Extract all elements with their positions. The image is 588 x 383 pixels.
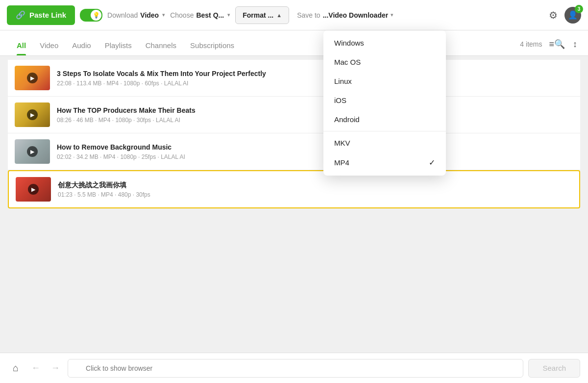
- toggle-knob: 💡: [91, 10, 101, 21]
- link-icon: 🔗: [16, 10, 25, 20]
- download-type-section[interactable]: Download Video ▾: [107, 11, 165, 19]
- download-label: Download: [107, 11, 138, 19]
- content-area: ▶ 3 Steps To Isolate Vocals & Mix Them I…: [0, 56, 588, 353]
- tab-audio[interactable]: Audio: [65, 41, 98, 55]
- video-item[interactable]: ▶ 3 Steps To Isolate Vocals & Mix Them I…: [8, 60, 580, 97]
- tabs-right: 4 items ≡🔍 ↕: [520, 38, 578, 55]
- format-option-linux[interactable]: Linux: [323, 72, 446, 91]
- format-dropdown: Windows Mac OS Linux iOS Android MKV MP4…: [323, 30, 446, 176]
- format-option-label: Windows: [334, 39, 364, 47]
- format-chevron-icon: ▲: [276, 12, 282, 18]
- video-info: How The TOP Producers Make Their Beats 0…: [57, 106, 573, 124]
- video-list: ▶ 3 Steps To Isolate Vocals & Mix Them I…: [8, 60, 580, 208]
- topbar: 🔗 Paste Link 💡 Download Video ▾ Choose B…: [0, 0, 588, 30]
- tab-channels[interactable]: Channels: [139, 41, 183, 55]
- settings-button[interactable]: ⚙: [547, 7, 560, 23]
- main-area: All Video Audio Playlists Channels Subsc…: [0, 30, 588, 353]
- video-meta: 08:26 · 46 MB · MP4 · 1080p · 30fps · LA…: [57, 117, 573, 124]
- format-option-label: Android: [334, 115, 360, 124]
- format-option-mkv[interactable]: MKV: [323, 133, 446, 153]
- save-to-section[interactable]: Save to ...Video Downloader ▾: [297, 11, 393, 19]
- sort-icon: ↕: [573, 39, 577, 49]
- tab-all[interactable]: All: [10, 41, 33, 55]
- tabs-bar: All Video Audio Playlists Channels Subsc…: [0, 30, 588, 56]
- choose-label: Choose: [170, 11, 194, 19]
- home-icon: ⌂: [13, 362, 19, 373]
- back-icon: ←: [31, 363, 40, 373]
- gear-icon: ⚙: [549, 10, 558, 21]
- choose-chevron-icon: ▾: [227, 12, 230, 18]
- video-thumbnail: ▶: [15, 102, 50, 127]
- search-button[interactable]: Search: [528, 359, 580, 378]
- video-item[interactable]: ▶ 创意大挑战之我画你填 01:23 · 5.5 MB · MP4 · 480p…: [8, 170, 580, 208]
- format-option-label: iOS: [334, 96, 346, 104]
- home-button[interactable]: ⌂: [8, 359, 24, 377]
- search-icon: ≡🔍: [549, 39, 565, 49]
- video-item[interactable]: ▶ How to Remove Background Music 02:02 ·…: [8, 133, 580, 170]
- search-label: Search: [542, 364, 566, 372]
- dropdown-divider: [323, 131, 446, 131]
- tab-video[interactable]: Video: [33, 41, 65, 55]
- save-to-label: Save to: [297, 11, 320, 19]
- lightbulb-icon: 💡: [93, 12, 100, 19]
- format-option-windows[interactable]: Windows: [323, 33, 446, 52]
- format-option-mp4[interactable]: MP4 ✓: [323, 153, 446, 173]
- save-to-chevron-icon: ▾: [391, 12, 393, 18]
- video-meta: 22:08 · 113.4 MB · MP4 · 1080p · 60fps ·…: [57, 80, 573, 87]
- format-option-label: Linux: [334, 77, 352, 85]
- play-icon: ▶: [27, 146, 38, 157]
- video-info: 创意大挑战之我画你填 01:23 · 5.5 MB · MP4 · 480p ·…: [58, 180, 572, 198]
- play-icon: ▶: [27, 73, 38, 83]
- choose-value: Best Q...: [196, 11, 224, 19]
- browser-input-wrap: 🔍: [68, 359, 523, 378]
- paste-link-button[interactable]: 🔗 Paste Link: [7, 5, 75, 25]
- video-info: 3 Steps To Isolate Vocals & Mix Them Int…: [57, 69, 573, 87]
- video-info: How to Remove Background Music 02:02 · 3…: [57, 143, 573, 160]
- video-title: How to Remove Background Music: [57, 143, 573, 152]
- items-count: 4 items: [520, 40, 542, 48]
- video-title: 创意大挑战之我画你填: [58, 180, 572, 189]
- forward-button[interactable]: →: [48, 360, 63, 376]
- video-item[interactable]: ▶ How The TOP Producers Make Their Beats…: [8, 97, 580, 133]
- format-option-ios[interactable]: iOS: [323, 91, 446, 110]
- sort-button[interactable]: ↕: [572, 38, 578, 51]
- format-label: Format ...: [243, 11, 273, 19]
- tab-subscriptions[interactable]: Subscriptions: [183, 41, 241, 55]
- bottom-bar: ⌂ ← → 🔍 Search: [0, 353, 588, 383]
- checkmark-icon: ✓: [429, 158, 435, 167]
- video-meta: 02:02 · 34.2 MB · MP4 · 1080p · 25fps · …: [57, 153, 573, 160]
- tab-playlists[interactable]: Playlists: [98, 41, 139, 55]
- avatar-button[interactable]: 👤 3: [564, 7, 581, 24]
- paste-link-label: Paste Link: [29, 11, 66, 19]
- browser-address-input[interactable]: [68, 359, 523, 378]
- download-chevron-icon: ▾: [162, 12, 165, 18]
- video-thumbnail: ▶: [15, 66, 50, 90]
- video-thumbnail: ▶: [16, 177, 51, 202]
- video-thumbnail: ▶: [15, 139, 50, 164]
- list-search-button[interactable]: ≡🔍: [548, 38, 566, 51]
- choose-quality-section[interactable]: Choose Best Q... ▾: [170, 11, 230, 19]
- video-title: How The TOP Producers Make Their Beats: [57, 106, 573, 115]
- format-option-android[interactable]: Android: [323, 110, 446, 129]
- notification-badge: 3: [575, 5, 583, 13]
- format-option-label: MKV: [334, 139, 350, 147]
- video-meta: 01:23 · 5.5 MB · MP4 · 480p · 30fps: [58, 191, 572, 198]
- format-button[interactable]: Format ... ▲: [235, 6, 289, 24]
- save-to-value: ...Video Downloader: [323, 11, 389, 19]
- back-button[interactable]: ←: [28, 360, 43, 376]
- forward-icon: →: [51, 363, 60, 373]
- toggle-switch[interactable]: 💡: [80, 9, 102, 22]
- download-type-value: Video: [140, 11, 159, 19]
- play-icon: ▶: [27, 109, 38, 120]
- play-icon: ▶: [28, 184, 39, 195]
- video-title: 3 Steps To Isolate Vocals & Mix Them Int…: [57, 69, 573, 78]
- format-option-label: MP4: [334, 158, 349, 167]
- format-option-macos[interactable]: Mac OS: [323, 52, 446, 72]
- format-option-label: Mac OS: [334, 58, 361, 66]
